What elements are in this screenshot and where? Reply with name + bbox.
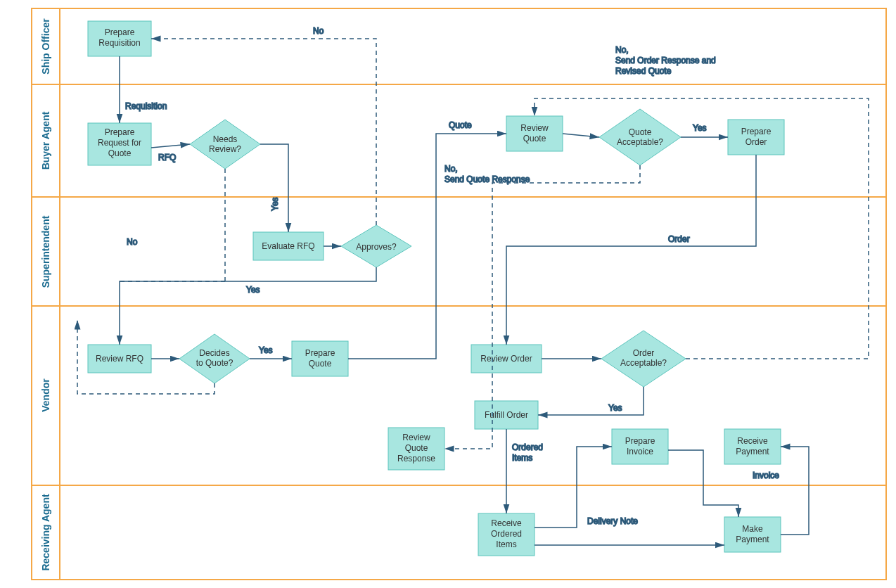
- box-prepare-invoice: Prepare Invoice: [612, 429, 668, 464]
- decision-needs-review: Needs Review?: [190, 120, 260, 169]
- box-fulfill-order: Fulfill Order: [475, 401, 538, 429]
- svg-text:Quote: Quote: [108, 148, 132, 158]
- svg-text:Quote: Quote: [449, 120, 472, 130]
- svg-text:Requisition: Requisition: [98, 38, 140, 48]
- svg-text:Response: Response: [397, 454, 435, 464]
- svg-text:Ordered: Ordered: [491, 529, 522, 539]
- lane-ship-officer: Ship Officer: [40, 18, 51, 75]
- svg-text:Make: Make: [742, 524, 763, 534]
- svg-text:Payment: Payment: [736, 447, 769, 456]
- svg-text:Items: Items: [512, 453, 532, 463]
- box-prepare-quote: Prepare Quote: [292, 341, 348, 376]
- svg-text:RFQ: RFQ: [158, 153, 176, 162]
- svg-text:Approves?: Approves?: [356, 242, 397, 252]
- svg-text:Review Order: Review Order: [480, 354, 532, 364]
- box-evaluate-rfq: Evaluate RFQ: [253, 232, 324, 260]
- svg-text:Prepare: Prepare: [741, 127, 772, 136]
- box-review-rfq: Review RFQ: [88, 345, 151, 373]
- svg-text:Review?: Review?: [209, 144, 241, 154]
- box-make-payment: Make Payment: [724, 517, 781, 552]
- box-prepare-requisition: Prepare Requisition: [88, 21, 151, 56]
- svg-text:Payment: Payment: [736, 535, 769, 544]
- svg-text:Invoice: Invoice: [753, 471, 779, 480]
- decision-decides-quote: Decides to Quote?: [179, 334, 250, 383]
- lane-receiving-agent: Receiving Agent: [40, 494, 51, 571]
- svg-text:Quote: Quote: [405, 443, 428, 453]
- svg-text:Review RFQ: Review RFQ: [96, 354, 143, 364]
- svg-text:Items: Items: [496, 539, 516, 549]
- svg-text:Yes: Yes: [246, 285, 260, 295]
- svg-text:Prepare: Prepare: [625, 436, 655, 446]
- box-review-quote: Review Quote: [506, 116, 563, 151]
- svg-text:to Quote?: to Quote?: [196, 358, 233, 368]
- svg-text:Send Order Response and: Send Order Response and: [615, 56, 716, 65]
- svg-text:Yes: Yes: [608, 403, 622, 413]
- svg-text:Prepare: Prepare: [105, 27, 135, 37]
- svg-text:Yes: Yes: [259, 345, 273, 355]
- svg-text:Order: Order: [633, 348, 655, 358]
- svg-text:Order: Order: [668, 234, 690, 244]
- svg-text:Delivery Note: Delivery Note: [587, 516, 638, 526]
- svg-text:Prepare: Prepare: [305, 348, 335, 358]
- box-receive-ordered-items: Receive Ordered Items: [478, 513, 535, 556]
- svg-text:Evaluate RFQ: Evaluate RFQ: [262, 241, 314, 251]
- box-receive-payment: Receive Payment: [724, 429, 781, 464]
- svg-text:Ordered: Ordered: [512, 442, 543, 452]
- svg-text:No: No: [313, 26, 324, 36]
- decision-quote-acceptable: Quote Acceptable?: [599, 109, 681, 165]
- svg-text:Invoice: Invoice: [627, 447, 653, 456]
- connectors: Requisition RFQ Yes No No Yes Yes Quote: [77, 26, 869, 545]
- box-review-quote-response: Review Quote Response: [388, 428, 444, 470]
- svg-text:Review: Review: [402, 433, 430, 442]
- svg-text:Receive: Receive: [737, 436, 768, 446]
- svg-text:Fulfill Order: Fulfill Order: [485, 410, 528, 420]
- box-prepare-rfq: Prepare Request for Quote: [88, 123, 151, 165]
- swimlanes: [32, 8, 886, 580]
- decision-order-acceptable: Order Acceptable?: [601, 331, 686, 387]
- svg-text:Acceptable?: Acceptable?: [620, 358, 667, 368]
- svg-text:Quote: Quote: [629, 127, 652, 137]
- svg-rect-0: [32, 8, 886, 580]
- svg-text:Order: Order: [745, 137, 767, 147]
- svg-text:Quote: Quote: [309, 359, 332, 369]
- lane-superintendent: Superintendent: [40, 215, 51, 288]
- svg-text:Needs: Needs: [213, 134, 238, 144]
- svg-text:Review: Review: [520, 123, 549, 133]
- box-review-order: Review Order: [471, 345, 542, 373]
- decision-approves: Approves?: [341, 225, 411, 267]
- svg-text:Requisition: Requisition: [125, 101, 167, 111]
- svg-text:Send Quote Response: Send Quote Response: [444, 174, 530, 184]
- svg-text:Yes: Yes: [270, 197, 280, 211]
- svg-text:Decides: Decides: [199, 348, 229, 358]
- svg-text:Prepare: Prepare: [105, 127, 135, 137]
- lane-vendor: Vendor: [40, 378, 51, 412]
- box-prepare-order: Prepare Order: [728, 120, 784, 155]
- lane-buyer-agent: Buyer Agent: [40, 111, 51, 170]
- svg-text:Revised Quote: Revised Quote: [615, 66, 672, 76]
- lane-labels: Ship Officer Buyer Agent Superintendent …: [40, 18, 51, 571]
- svg-text:Quote: Quote: [523, 134, 546, 143]
- svg-text:No: No: [127, 237, 138, 247]
- svg-text:No,: No,: [615, 45, 629, 55]
- svg-text:Request for: Request for: [98, 138, 141, 148]
- svg-text:No,: No,: [444, 164, 458, 174]
- svg-text:Receive: Receive: [491, 518, 522, 528]
- svg-text:Acceptable?: Acceptable?: [617, 137, 663, 147]
- svg-text:Yes: Yes: [693, 123, 707, 133]
